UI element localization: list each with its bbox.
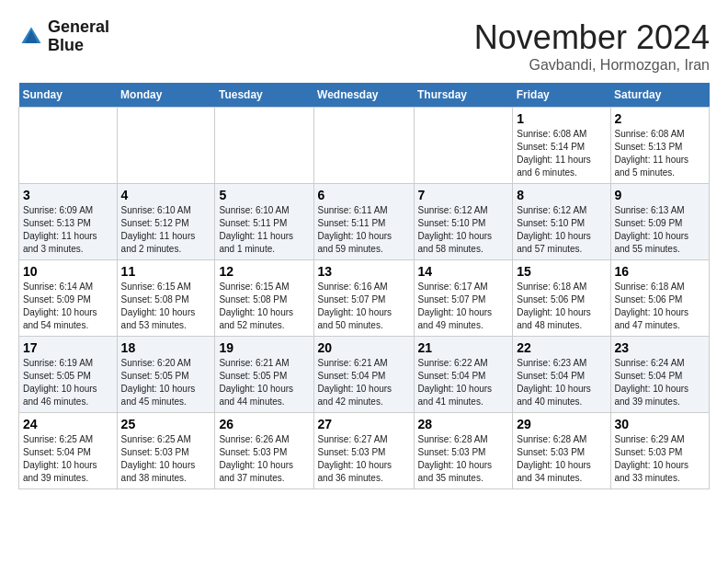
calendar-cell: 19Sunrise: 6:21 AM Sunset: 5:05 PM Dayli… <box>215 337 313 413</box>
calendar-cell: 2Sunrise: 6:08 AM Sunset: 5:13 PM Daylig… <box>610 108 710 184</box>
day-number: 15 <box>517 264 606 279</box>
day-number: 22 <box>517 340 606 355</box>
title-area: November 2024 Gavbandi, Hormozgan, Iran <box>474 18 710 74</box>
day-info: Sunrise: 6:13 AM Sunset: 5:09 PM Dayligh… <box>615 204 706 256</box>
day-info: Sunrise: 6:28 AM Sunset: 5:03 PM Dayligh… <box>517 433 606 485</box>
day-number: 6 <box>318 188 410 202</box>
day-number: 17 <box>23 340 113 355</box>
calendar-cell: 26Sunrise: 6:26 AM Sunset: 5:03 PM Dayli… <box>215 413 313 489</box>
day-number: 13 <box>318 264 410 279</box>
day-number: 11 <box>121 264 211 279</box>
calendar-cell: 15Sunrise: 6:18 AM Sunset: 5:06 PM Dayli… <box>513 260 610 337</box>
day-number: 26 <box>219 417 309 431</box>
day-number: 28 <box>418 417 509 431</box>
day-number: 4 <box>121 188 211 202</box>
calendar-cell: 9Sunrise: 6:13 AM Sunset: 5:09 PM Daylig… <box>610 184 710 260</box>
day-info: Sunrise: 6:19 AM Sunset: 5:05 PM Dayligh… <box>23 357 113 408</box>
calendar-cell <box>215 108 313 184</box>
calendar-header-row: SundayMondayTuesdayWednesdayThursdayFrid… <box>19 83 710 108</box>
calendar-week-row: 3Sunrise: 6:09 AM Sunset: 5:13 PM Daylig… <box>19 184 710 260</box>
day-info: Sunrise: 6:28 AM Sunset: 5:03 PM Dayligh… <box>418 433 509 485</box>
day-number: 25 <box>121 417 211 431</box>
calendar-cell: 30Sunrise: 6:29 AM Sunset: 5:03 PM Dayli… <box>610 413 710 489</box>
calendar-table: SundayMondayTuesdayWednesdayThursdayFrid… <box>18 83 710 489</box>
day-info: Sunrise: 6:15 AM Sunset: 5:08 PM Dayligh… <box>121 281 211 332</box>
day-number: 30 <box>615 417 706 431</box>
day-number: 7 <box>418 188 509 202</box>
day-info: Sunrise: 6:27 AM Sunset: 5:03 PM Dayligh… <box>318 433 410 485</box>
calendar-cell: 18Sunrise: 6:20 AM Sunset: 5:05 PM Dayli… <box>117 337 215 413</box>
weekday-header: Thursday <box>414 83 513 108</box>
day-info: Sunrise: 6:15 AM Sunset: 5:08 PM Dayligh… <box>219 281 309 332</box>
day-info: Sunrise: 6:14 AM Sunset: 5:09 PM Dayligh… <box>23 281 113 332</box>
day-number: 16 <box>615 264 706 279</box>
location: Gavbandi, Hormozgan, Iran <box>474 57 710 74</box>
day-info: Sunrise: 6:12 AM Sunset: 5:10 PM Dayligh… <box>418 204 509 256</box>
day-info: Sunrise: 6:08 AM Sunset: 5:13 PM Dayligh… <box>615 128 706 179</box>
day-info: Sunrise: 6:24 AM Sunset: 5:04 PM Dayligh… <box>615 357 706 408</box>
day-info: Sunrise: 6:21 AM Sunset: 5:05 PM Dayligh… <box>219 357 309 408</box>
calendar-cell: 6Sunrise: 6:11 AM Sunset: 5:11 PM Daylig… <box>313 184 414 260</box>
calendar-cell: 24Sunrise: 6:25 AM Sunset: 5:04 PM Dayli… <box>19 413 118 489</box>
day-info: Sunrise: 6:08 AM Sunset: 5:14 PM Dayligh… <box>517 128 606 179</box>
calendar-cell <box>313 108 414 184</box>
month-title: November 2024 <box>474 18 710 57</box>
calendar-cell: 4Sunrise: 6:10 AM Sunset: 5:12 PM Daylig… <box>117 184 215 260</box>
weekday-header: Sunday <box>19 83 118 108</box>
calendar-cell: 8Sunrise: 6:12 AM Sunset: 5:10 PM Daylig… <box>513 184 610 260</box>
calendar-cell: 10Sunrise: 6:14 AM Sunset: 5:09 PM Dayli… <box>19 260 118 337</box>
page-header: General Blue November 2024 Gavbandi, Hor… <box>18 18 710 74</box>
day-info: Sunrise: 6:16 AM Sunset: 5:07 PM Dayligh… <box>318 281 410 332</box>
day-number: 12 <box>219 264 309 279</box>
day-info: Sunrise: 6:17 AM Sunset: 5:07 PM Dayligh… <box>418 281 509 332</box>
day-number: 5 <box>219 188 309 202</box>
day-info: Sunrise: 6:26 AM Sunset: 5:03 PM Dayligh… <box>219 433 309 485</box>
day-number: 21 <box>418 340 509 355</box>
calendar-cell: 21Sunrise: 6:22 AM Sunset: 5:04 PM Dayli… <box>414 337 513 413</box>
day-info: Sunrise: 6:21 AM Sunset: 5:04 PM Dayligh… <box>318 357 410 408</box>
day-number: 29 <box>517 417 606 431</box>
calendar-cell <box>117 108 215 184</box>
weekday-header: Wednesday <box>313 83 414 108</box>
logo-text: General Blue <box>48 18 109 55</box>
calendar-cell: 16Sunrise: 6:18 AM Sunset: 5:06 PM Dayli… <box>610 260 710 337</box>
day-info: Sunrise: 6:23 AM Sunset: 5:04 PM Dayligh… <box>517 357 606 408</box>
day-number: 2 <box>615 111 706 126</box>
calendar-cell: 23Sunrise: 6:24 AM Sunset: 5:04 PM Dayli… <box>610 337 710 413</box>
day-number: 14 <box>418 264 509 279</box>
calendar-week-row: 1Sunrise: 6:08 AM Sunset: 5:14 PM Daylig… <box>19 108 710 184</box>
day-info: Sunrise: 6:29 AM Sunset: 5:03 PM Dayligh… <box>615 433 706 485</box>
calendar-cell: 12Sunrise: 6:15 AM Sunset: 5:08 PM Dayli… <box>215 260 313 337</box>
calendar-cell <box>414 108 513 184</box>
day-info: Sunrise: 6:10 AM Sunset: 5:12 PM Dayligh… <box>121 204 211 256</box>
day-info: Sunrise: 6:25 AM Sunset: 5:04 PM Dayligh… <box>23 433 113 485</box>
calendar-cell: 27Sunrise: 6:27 AM Sunset: 5:03 PM Dayli… <box>313 413 414 489</box>
day-info: Sunrise: 6:25 AM Sunset: 5:03 PM Dayligh… <box>121 433 211 485</box>
calendar-cell: 25Sunrise: 6:25 AM Sunset: 5:03 PM Dayli… <box>117 413 215 489</box>
calendar-cell: 17Sunrise: 6:19 AM Sunset: 5:05 PM Dayli… <box>19 337 118 413</box>
calendar-cell: 5Sunrise: 6:10 AM Sunset: 5:11 PM Daylig… <box>215 184 313 260</box>
day-info: Sunrise: 6:09 AM Sunset: 5:13 PM Dayligh… <box>23 204 113 256</box>
day-number: 18 <box>121 340 211 355</box>
calendar-cell: 13Sunrise: 6:16 AM Sunset: 5:07 PM Dayli… <box>313 260 414 337</box>
day-info: Sunrise: 6:18 AM Sunset: 5:06 PM Dayligh… <box>517 281 606 332</box>
logo: General Blue <box>18 18 109 55</box>
day-info: Sunrise: 6:11 AM Sunset: 5:11 PM Dayligh… <box>318 204 410 256</box>
day-number: 24 <box>23 417 113 431</box>
calendar-cell: 20Sunrise: 6:21 AM Sunset: 5:04 PM Dayli… <box>313 337 414 413</box>
day-number: 10 <box>23 264 113 279</box>
day-info: Sunrise: 6:12 AM Sunset: 5:10 PM Dayligh… <box>517 204 606 256</box>
day-number: 3 <box>23 188 113 202</box>
calendar-week-row: 24Sunrise: 6:25 AM Sunset: 5:04 PM Dayli… <box>19 413 710 489</box>
calendar-cell: 11Sunrise: 6:15 AM Sunset: 5:08 PM Dayli… <box>117 260 215 337</box>
calendar-cell: 22Sunrise: 6:23 AM Sunset: 5:04 PM Dayli… <box>513 337 610 413</box>
day-number: 23 <box>615 340 706 355</box>
calendar-cell <box>19 108 118 184</box>
logo-icon <box>18 24 44 50</box>
day-number: 27 <box>318 417 410 431</box>
day-info: Sunrise: 6:10 AM Sunset: 5:11 PM Dayligh… <box>219 204 309 256</box>
day-number: 19 <box>219 340 309 355</box>
day-number: 9 <box>615 188 706 202</box>
calendar-cell: 3Sunrise: 6:09 AM Sunset: 5:13 PM Daylig… <box>19 184 118 260</box>
day-info: Sunrise: 6:22 AM Sunset: 5:04 PM Dayligh… <box>418 357 509 408</box>
